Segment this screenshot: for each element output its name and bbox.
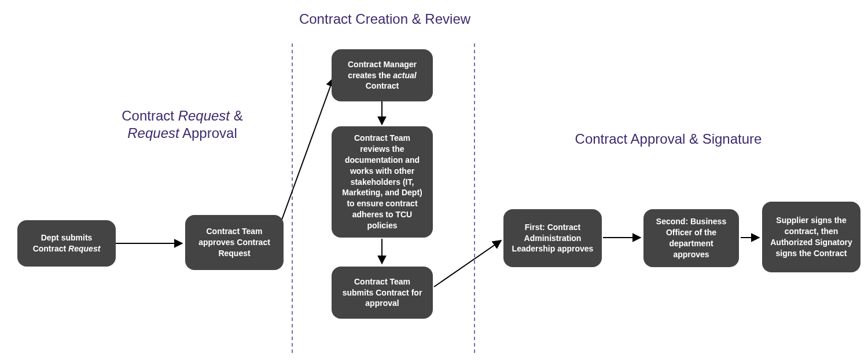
node-manager-creates: Contract Manager creates the actual Cont… [332, 49, 433, 101]
connectors-layer [0, 0, 868, 361]
node-team-approves-request: Contract Team approves Contract Request [185, 215, 284, 270]
section-title-approval: Contract Approval & Signature [532, 130, 804, 148]
node-second-bo-approves: Second: Business Officer of the departme… [643, 209, 739, 267]
arrow-n5-n6 [434, 240, 501, 287]
arrow-n2-n3 [281, 78, 333, 221]
node-team-reviews: Contract Team reviews the documentation … [332, 126, 433, 238]
section-title-creation: Contract Creation & Review [295, 10, 475, 28]
node-supplier-signs: Supplier signs the contract, then Author… [762, 202, 860, 272]
section-title-request: Contract Request & Request Approval [90, 107, 275, 142]
node-dept-submits: Dept submits Contract Request [17, 220, 116, 267]
node-team-submits-approval: Contract Team submits Contract for appro… [332, 267, 433, 319]
node-first-admin-approves: First: Contract Administration Leadershi… [503, 209, 602, 267]
